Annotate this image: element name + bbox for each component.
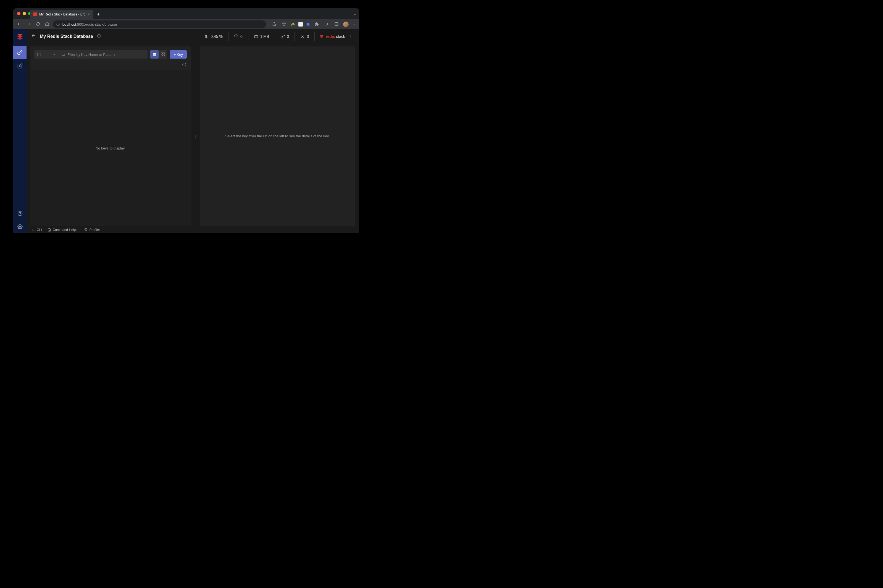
stat-cpu-value: 0.45 % — [210, 34, 223, 39]
list-view-button[interactable] — [150, 50, 159, 58]
stat-memory: 1 MB — [248, 32, 275, 40]
chrome-menu-icon[interactable]: ⋮ — [352, 22, 357, 27]
side-panel-icon[interactable] — [333, 21, 340, 28]
key-detail-panel: Select the key from the list on the left… — [200, 46, 355, 226]
sidebar-item-help[interactable] — [13, 207, 27, 220]
browser-tab[interactable]: My Redis Stack Database - Bro × — [30, 10, 93, 19]
chevron-down-icon — [53, 53, 56, 56]
svg-marker-0 — [282, 22, 286, 26]
filter-bar: + Key — [30, 46, 190, 62]
reading-list-icon[interactable] — [323, 21, 330, 28]
stat-keys: 0 — [275, 32, 295, 40]
browser-body: + Key No keys to display. ║ Select the k… — [27, 44, 359, 226]
svg-line-21 — [64, 55, 65, 56]
main-content: My Redis Stack Database 0.45 % 0 — [27, 29, 359, 233]
address-bar[interactable]: ⓘ localhost:8001/redis-stack/browser — [53, 21, 266, 28]
svg-rect-8 — [207, 35, 208, 38]
tabs-dropdown-icon[interactable]: ▾ — [354, 13, 356, 16]
keys-panel: + Key No keys to display. — [30, 46, 190, 226]
site-info-icon[interactable]: ⓘ — [56, 22, 60, 27]
svg-rect-26 — [163, 53, 165, 54]
sidebar-item-settings[interactable] — [13, 220, 27, 233]
database-info-icon[interactable] — [97, 34, 101, 39]
share-icon[interactable] — [271, 21, 277, 28]
page-header: My Redis Stack Database 0.45 % 0 — [27, 29, 359, 44]
bottom-bar: CLI Command Helper Profiler — [27, 226, 359, 233]
svg-rect-9 — [255, 35, 258, 38]
header-more-icon[interactable]: ⋮ — [345, 34, 355, 38]
redis-logo-icon[interactable] — [16, 33, 24, 40]
svg-point-4 — [19, 226, 21, 227]
minimize-window-button[interactable] — [22, 12, 26, 15]
svg-rect-1 — [335, 22, 338, 26]
stat-throughput-value: 0 — [240, 34, 243, 39]
browser-window: My Redis Stack Database - Bro × + ▾ ⓘ lo… — [13, 8, 359, 233]
keys-empty-state: No keys to display. — [30, 70, 190, 226]
svg-point-20 — [62, 53, 64, 56]
header-stats: 0.45 % 0 1 MB 0 — [199, 29, 355, 44]
pane-resize-handle[interactable]: ║ — [195, 46, 196, 226]
redis-insight-app: My Redis Stack Database 0.45 % 0 — [13, 29, 359, 233]
reload-button[interactable] — [35, 21, 41, 28]
toolbar-right: ⋮ — [271, 21, 357, 28]
bookmark-star-icon[interactable] — [281, 21, 287, 28]
tree-view-button[interactable] — [159, 50, 167, 58]
refresh-bar — [30, 62, 190, 70]
stat-cpu: 0.45 % — [199, 32, 228, 40]
bottombar-profiler[interactable]: Profiler — [84, 228, 100, 232]
database-name: My Redis Stack Database — [40, 34, 93, 39]
redis-stack-icon — [319, 34, 324, 39]
svg-line-33 — [87, 231, 87, 231]
close-window-button[interactable] — [17, 12, 21, 15]
key-type-filter-dropdown[interactable] — [34, 50, 58, 58]
google-drive-ext-icon[interactable] — [291, 22, 295, 27]
redis-stack-brand: redis stack — [315, 34, 345, 39]
empty-message: No keys to display. — [96, 146, 126, 150]
extension-circle-icon[interactable] — [306, 22, 310, 26]
stat-memory-value: 1 MB — [260, 34, 269, 39]
refresh-keys-button[interactable] — [182, 63, 186, 68]
sidebar-item-browser[interactable] — [13, 46, 27, 59]
new-tab-button[interactable]: + — [97, 12, 100, 17]
home-button[interactable] — [44, 21, 50, 28]
svg-rect-28 — [161, 55, 162, 56]
profile-avatar[interactable] — [343, 21, 349, 27]
redis-favicon-icon — [33, 12, 37, 16]
url-text: localhost:8001/redis-stack/browser — [62, 22, 117, 27]
sliders-icon — [37, 52, 41, 56]
bottombar-command-helper[interactable]: Command Helper — [48, 228, 79, 232]
key-filter-input[interactable] — [67, 52, 145, 57]
view-toggle — [150, 50, 167, 58]
left-sidebar — [13, 29, 27, 233]
add-key-button[interactable]: + Key — [169, 50, 187, 58]
key-filter-field[interactable] — [58, 50, 147, 58]
svg-rect-27 — [163, 55, 165, 56]
extension-square-icon[interactable] — [298, 22, 303, 27]
browser-toolbar: ⓘ localhost:8001/redis-stack/browser — [13, 20, 359, 29]
header-back-button[interactable] — [31, 33, 36, 39]
back-button[interactable] — [16, 21, 22, 28]
tab-close-icon[interactable]: × — [88, 12, 90, 16]
search-icon — [61, 52, 65, 56]
stat-keys-value: 0 — [287, 34, 289, 39]
svg-point-10 — [302, 35, 303, 36]
stat-clients: 3 — [295, 32, 315, 40]
stat-throughput: 0 — [228, 32, 248, 40]
bottombar-cli[interactable]: CLI — [31, 228, 42, 232]
svg-rect-25 — [161, 53, 162, 54]
forward-button[interactable] — [25, 21, 32, 28]
tab-title: My Redis Stack Database - Bro — [39, 12, 85, 16]
stat-clients-value: 3 — [307, 34, 309, 39]
sidebar-item-workbench[interactable] — [13, 59, 27, 72]
extensions-icon[interactable] — [313, 21, 320, 28]
detail-placeholder-text: Select the key from the list on the left… — [225, 134, 330, 138]
browser-tabstrip: My Redis Stack Database - Bro × + ▾ — [13, 9, 359, 20]
